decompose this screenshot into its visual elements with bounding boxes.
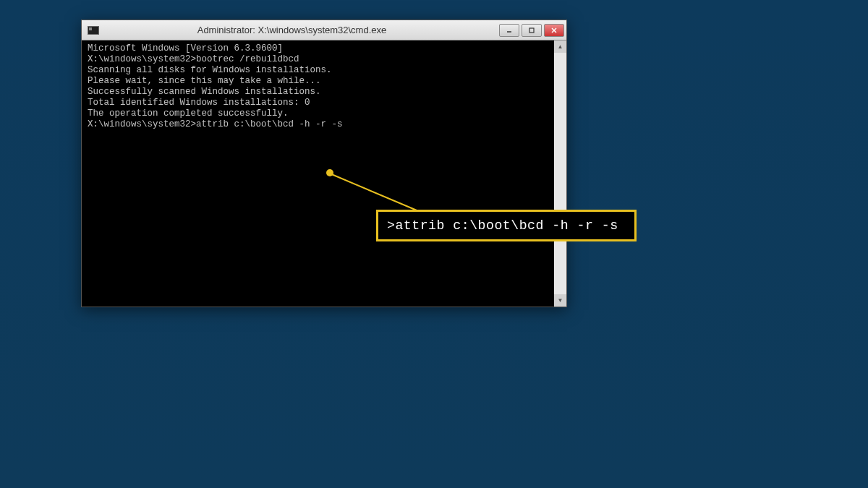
- scroll-up-icon[interactable]: ▲: [554, 40, 566, 53]
- terminal-output[interactable]: Microsoft Windows [Version 6.3.9600] X:\…: [82, 40, 566, 307]
- scrollbar[interactable]: ▲ ▼: [554, 40, 566, 307]
- cmd-window: Administrator: X:\windows\system32\cmd.e…: [81, 20, 567, 307]
- cmd-icon: [88, 26, 99, 35]
- terminal-line: Microsoft Windows [Version 6.3.9600]: [88, 43, 561, 54]
- terminal-line: Scanning all disks for Windows installat…: [88, 65, 561, 76]
- terminal-line: X:\windows\system32>bootrec /rebuildbcd: [88, 54, 561, 65]
- window-title: Administrator: X:\windows\system32\cmd.e…: [99, 25, 499, 35]
- terminal-line: X:\windows\system32>attrib c:\boot\bcd -…: [88, 119, 561, 130]
- window-controls: [499, 24, 564, 37]
- callout-text: >attrib c:\boot\bcd -h -r -s: [387, 218, 618, 233]
- terminal-line: Please wait, since this may take a while…: [88, 76, 561, 87]
- titlebar[interactable]: Administrator: X:\windows\system32\cmd.e…: [82, 20, 566, 40]
- maximize-icon: [528, 27, 535, 34]
- callout-annotation: >attrib c:\boot\bcd -h -r -s: [376, 210, 637, 241]
- terminal-line: Successfully scanned Windows installatio…: [88, 87, 561, 98]
- terminal-line: The operation completed successfully.: [88, 108, 561, 119]
- minimize-button[interactable]: [499, 24, 519, 37]
- close-icon: [550, 27, 558, 34]
- terminal-line: Total identified Windows installations: …: [88, 98, 561, 108]
- scroll-down-icon[interactable]: ▼: [554, 294, 566, 307]
- svg-rect-1: [529, 28, 534, 33]
- minimize-icon: [506, 27, 513, 34]
- close-button[interactable]: [544, 24, 564, 37]
- maximize-button[interactable]: [522, 24, 542, 37]
